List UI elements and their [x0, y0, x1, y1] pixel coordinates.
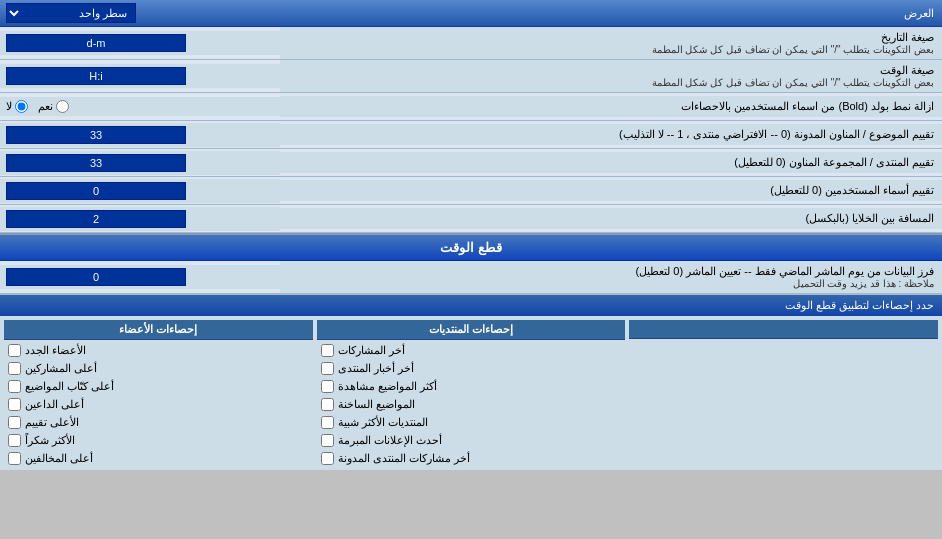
cb-most-thanked-input[interactable]	[8, 434, 21, 447]
remove-bold-control[interactable]: نعم لا	[0, 97, 280, 116]
topic-order-row: تقييم الموضوع / المناون المدونة (0 -- ال…	[0, 121, 942, 149]
cb-hot-topics-input[interactable]	[321, 398, 334, 411]
stats-member-col: إحصاءات الأعضاء الأعضاء الجدد أعلى المشا…	[4, 320, 313, 466]
cb-forum-noted-posts[interactable]: أخر مشاركات المنتدى المدونة	[317, 451, 626, 466]
cb-top-inviters[interactable]: أعلى الداعين	[4, 397, 313, 412]
cb-top-topic-writers[interactable]: أعلى كتّاب المواضيع	[4, 379, 313, 394]
cut-time-control[interactable]	[0, 265, 280, 289]
cb-top-posters[interactable]: أعلى المشاركين	[4, 361, 313, 376]
cb-similar-forums-input[interactable]	[321, 416, 334, 429]
user-order-row: تقييم أسماء المستخدمين (0 للتعطيل)	[0, 177, 942, 205]
stats-post-col: إحصاءات المنتديات أخر المشاركات أخر أخبا…	[317, 320, 626, 466]
cell-spacing-row: المسافة بين الخلايا (بالبكسل)	[0, 205, 942, 233]
cb-top-violators[interactable]: أعلى المخالفين	[4, 451, 313, 466]
cb-top-violators-input[interactable]	[8, 452, 21, 465]
cb-forum-news[interactable]: أخر أخبار المنتدى	[317, 361, 626, 376]
forum-order-row: تقييم المنتدى / المجموعة المناون (0 للتع…	[0, 149, 942, 177]
time-format-control[interactable]	[0, 64, 280, 88]
cut-time-row: فرز البيانات من يوم الماشر الماضي فقط --…	[0, 261, 942, 294]
cb-last-posts[interactable]: أخر المشاركات	[317, 343, 626, 358]
user-order-label: تقييم أسماء المستخدمين (0 للتعطيل)	[280, 180, 942, 201]
forum-order-input[interactable]	[6, 154, 186, 172]
remove-bold-row: ازالة نمط بولد (Bold) من اسماء المستخدمي…	[0, 93, 942, 121]
cb-latest-announcements[interactable]: أحدث الإعلانات المبرمة	[317, 433, 626, 448]
cut-time-header: قطع الوقت	[0, 233, 942, 261]
cut-time-label: فرز البيانات من يوم الماشر الماضي فقط --…	[280, 261, 942, 293]
display-row: العرض سطر واحد سطرين ثلاثة أسطر	[0, 0, 942, 27]
cb-top-rated[interactable]: الأعلى تقييم	[4, 415, 313, 430]
cb-forum-news-input[interactable]	[321, 362, 334, 375]
cell-spacing-control[interactable]	[0, 207, 280, 231]
display-select[interactable]: سطر واحد سطرين ثلاثة أسطر	[6, 3, 136, 23]
cb-new-members[interactable]: الأعضاء الجدد	[4, 343, 313, 358]
topic-order-control[interactable]	[0, 123, 280, 147]
forum-order-label: تقييم المنتدى / المجموعة المناون (0 للتع…	[280, 152, 942, 173]
cell-spacing-label: المسافة بين الخلايا (بالبكسل)	[280, 208, 942, 229]
cb-most-viewed-input[interactable]	[321, 380, 334, 393]
user-order-control[interactable]	[0, 179, 280, 203]
member-stats-header: إحصاءات الأعضاء	[4, 320, 313, 340]
time-format-row: صيغة الوقت بعض التكوينات يتطلب "/" التي …	[0, 60, 942, 93]
radio-yes-label[interactable]: نعم	[38, 100, 69, 113]
display-control[interactable]: سطر واحد سطرين ثلاثة أسطر	[0, 0, 280, 26]
stats-section: حدد إحصاءات لتطبيق قطع الوقت إحصاءات الم…	[0, 294, 942, 470]
topic-order-input[interactable]	[6, 126, 186, 144]
stats-checkboxes-body: إحصاءات المنتديات أخر المشاركات أخر أخبا…	[0, 316, 942, 470]
topic-order-label: تقييم الموضوع / المناون المدونة (0 -- ال…	[280, 124, 942, 145]
cb-latest-announcements-input[interactable]	[321, 434, 334, 447]
cb-new-members-input[interactable]	[8, 344, 21, 357]
radio-yes[interactable]	[56, 100, 69, 113]
time-format-input[interactable]	[6, 67, 186, 85]
forum-order-control[interactable]	[0, 151, 280, 175]
radio-no[interactable]	[15, 100, 28, 113]
cut-time-input[interactable]	[6, 268, 186, 286]
cb-last-posts-input[interactable]	[321, 344, 334, 357]
cb-top-inviters-input[interactable]	[8, 398, 21, 411]
display-label: العرض	[280, 3, 942, 24]
date-format-label: صيغة التاريخ بعض التكوينات يتطلب "/" الت…	[280, 27, 942, 59]
cb-similar-forums[interactable]: المنتديات الأكثر شبية	[317, 415, 626, 430]
post-stats-header: إحصاءات المنتديات	[317, 320, 626, 340]
cb-top-posters-input[interactable]	[8, 362, 21, 375]
date-format-control[interactable]	[0, 31, 280, 55]
cb-hot-topics[interactable]: المواضيع الساخنة	[317, 397, 626, 412]
user-order-input[interactable]	[6, 182, 186, 200]
stats-empty-col	[629, 320, 938, 466]
date-format-row: صيغة التاريخ بعض التكوينات يتطلب "/" الت…	[0, 27, 942, 60]
cb-most-thanked[interactable]: الأكثر شكراً	[4, 433, 313, 448]
time-format-label: صيغة الوقت بعض التكوينات يتطلب "/" التي …	[280, 60, 942, 92]
cell-spacing-input[interactable]	[6, 210, 186, 228]
cb-top-topic-writers-input[interactable]	[8, 380, 21, 393]
cb-forum-noted-posts-input[interactable]	[321, 452, 334, 465]
remove-bold-label: ازالة نمط بولد (Bold) من اسماء المستخدمي…	[280, 96, 942, 117]
date-format-input[interactable]	[6, 34, 186, 52]
cb-most-viewed[interactable]: أكثر المواضيع مشاهدة	[317, 379, 626, 394]
stats-section-header: حدد إحصاءات لتطبيق قطع الوقت	[0, 295, 942, 316]
radio-no-label[interactable]: لا	[6, 100, 28, 113]
remove-bold-radio-group[interactable]: نعم لا	[6, 100, 69, 113]
cb-top-rated-input[interactable]	[8, 416, 21, 429]
